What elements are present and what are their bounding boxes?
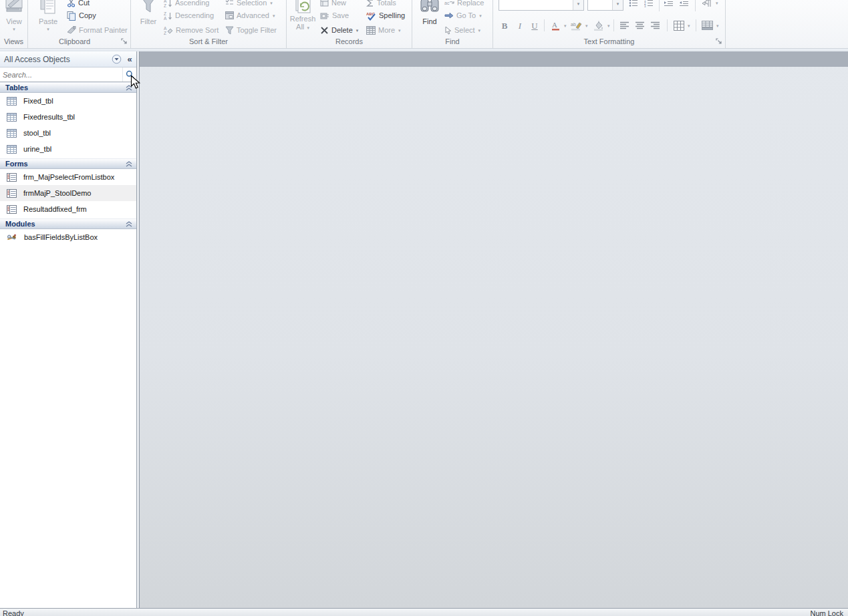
background-color-button[interactable]: ▾ [593,18,610,33]
svg-text:3: 3 [644,5,646,7]
save-label: Save [332,9,349,22]
status-num-lock: Num Lock [810,609,843,616]
descending-label: Descending [175,9,214,22]
select-button[interactable]: Select▾ [444,24,480,37]
nav-pane-shutter-button[interactable]: « [123,51,136,67]
goto-label: Go To [456,9,476,22]
nav-item-basfillfieldsbylistbox[interactable]: basFillFieldsByListBox [0,229,136,245]
font-size-dropdown[interactable]: ▾ [612,0,623,10]
remove-sort-button[interactable]: A Z Remove Sort [164,24,219,37]
section-header-tables[interactable]: Tables [0,82,136,93]
advanced-button[interactable]: Advanced▾ [225,9,275,22]
nav-item-label: frm_MajPselectFromListbox [23,173,114,181]
table-icon [7,129,17,138]
paste-dropdown-arrow: ▾ [36,27,60,32]
find-icon [418,0,442,15]
nav-pane-menu-button[interactable] [110,51,123,67]
nav-item-frm-majpselectfromlistbox[interactable]: frm_MajPselectFromListbox [0,169,136,185]
form-icon [7,173,17,182]
ascending-icon: A Z [164,0,172,7]
shutter-bar-icon: « [127,54,132,64]
section-header-modules[interactable]: Modules [0,218,136,229]
nav-item-label: Resultaddfixed_frm [23,205,87,213]
tf-separator-4 [613,19,614,31]
sort-filter-group-label: Sort & Filter [131,37,286,47]
totals-button[interactable]: Totals [366,0,396,9]
records-group-label: Records [287,37,412,47]
nav-item-label: frmMajP_StoolDemo [23,189,91,197]
workspace [140,51,848,608]
alternate-row-color-icon [702,21,713,30]
collapse-chevron-icon[interactable] [126,161,132,167]
new-record-button[interactable]: New [320,0,346,9]
tf-separator-1 [659,0,660,11]
bold-label: B [502,19,508,32]
remove-sort-label: Remove Sort [176,24,219,37]
increase-indent-button[interactable] [679,0,689,9]
format-painter-button[interactable]: Format Painter [67,24,128,37]
align-center-button[interactable] [635,18,645,33]
goto-button[interactable]: Go To▾ [444,9,482,22]
font-name-dropdown[interactable]: ▾ [573,0,583,10]
nav-item-stool-tbl[interactable]: stool_tbl [0,125,136,141]
descending-button[interactable]: Z A Descending [164,9,214,22]
nav-item-frmmajp-stooldemo[interactable]: frmMajP_StoolDemo [0,185,136,201]
section-forms-label: Forms [5,160,126,168]
replace-button[interactable]: ac Replace [444,0,484,9]
nav-item-urine-tbl[interactable]: urine_tbl [0,141,136,157]
highlight-color-icon: ab [571,21,582,31]
font-color-icon: A [551,21,561,31]
find-group-label: Find [412,37,492,47]
font-size-combo[interactable]: ▾ [587,0,623,11]
more-label: More [378,24,395,37]
decrease-indent-button[interactable] [664,0,674,9]
numbering-button[interactable]: 123 [644,0,654,9]
section-header-forms[interactable]: Forms [0,158,136,169]
background-color-icon [593,21,604,31]
align-right-button[interactable] [651,18,660,33]
font-name-combo[interactable]: ▾ [499,0,584,11]
nav-item-resultaddfixed-frm[interactable]: Resultaddfixed_frm [0,201,136,217]
delete-button[interactable]: Delete▾ [320,24,358,37]
nav-pane-title: All Access Objects [0,55,110,64]
delete-label: Delete [331,24,353,37]
mouse-cursor [130,75,142,91]
view-label: View [2,17,26,25]
cut-button[interactable]: Cut [67,0,90,9]
ascending-button[interactable]: A Z Ascending [164,0,209,9]
font-color-button[interactable]: A ▾ [551,18,567,33]
bullets-button[interactable] [629,0,638,9]
main-area: All Access Objects « [0,51,848,608]
italic-button[interactable]: I [514,18,526,33]
format-painter-icon [67,26,76,35]
align-left-icon [620,21,629,29]
text-direction-button[interactable]: ▾ [702,0,718,9]
save-button[interactable]: Save [320,9,349,22]
collapse-chevron-icon[interactable] [126,221,132,227]
more-button[interactable]: More▾ [366,24,401,37]
align-left-button[interactable] [620,18,629,33]
search-input[interactable] [0,67,122,82]
gridlines-button[interactable]: ▾ [674,18,690,33]
navigation-pane: All Access Objects « [0,51,137,608]
nav-pane-header[interactable]: All Access Objects « [0,51,136,67]
alternate-row-color-button[interactable]: ▾ [702,18,719,33]
tf-separator-6 [696,19,696,31]
spelling-button[interactable]: ABC Spelling [366,9,405,22]
underline-label: U [531,19,537,32]
nav-item-fixed-tbl[interactable]: Fixed_tbl [0,93,136,109]
clipboard-dialog-launcher[interactable] [121,38,128,45]
highlight-color-button[interactable]: ab ▾ [571,18,588,33]
text-direction-icon [702,0,712,7]
toggle-filter-button[interactable]: Toggle Filter [225,24,277,37]
access-window: View ▾ Views Paste ▾ [0,0,848,616]
underline-button[interactable]: U [529,18,541,33]
spelling-icon: ABC [366,11,376,21]
copy-button[interactable]: Copy [67,9,96,22]
align-center-icon [635,21,645,29]
nav-item-fixedresults-tbl[interactable]: Fixedresults_tbl [0,109,136,125]
svg-text:A: A [164,26,167,31]
bold-button[interactable]: B [499,18,511,33]
selection-button[interactable]: Selection▾ [225,0,273,9]
replace-label: Replace [457,0,484,9]
